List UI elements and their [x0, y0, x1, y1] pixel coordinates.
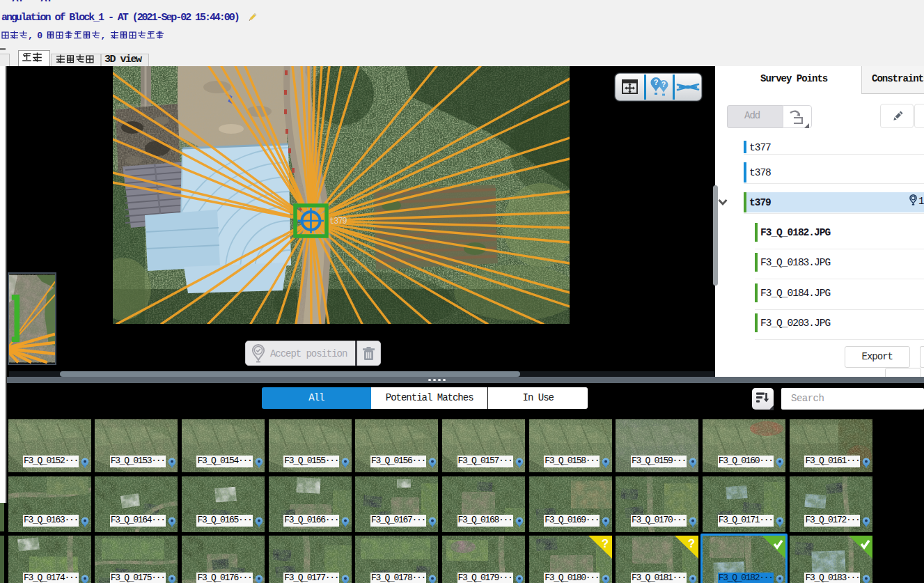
svg-text:t379: t379	[329, 217, 347, 226]
svg-text:?: ?	[661, 81, 666, 88]
svg-text:?: ?	[688, 537, 695, 550]
svg-text:?: ?	[601, 537, 608, 550]
svg-text:?: ?	[654, 78, 659, 86]
